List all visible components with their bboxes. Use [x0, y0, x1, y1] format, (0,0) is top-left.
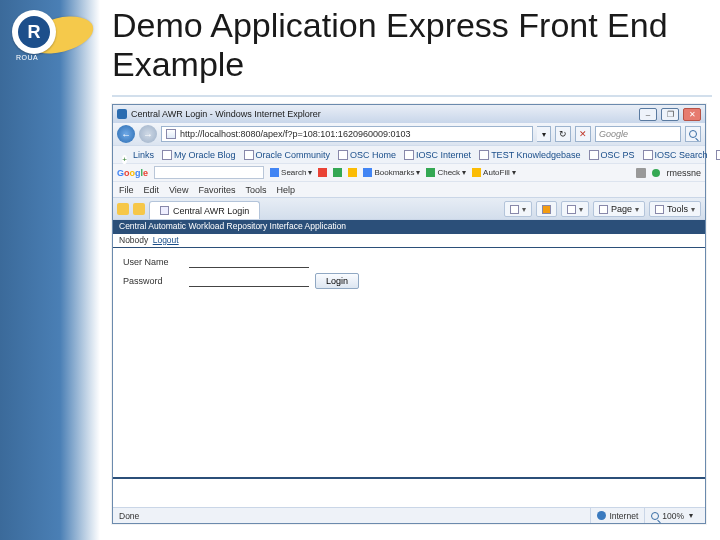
username-label: User Name	[123, 257, 183, 267]
favorites-links-bar: Links My Oracle Blog Oracle Community OS…	[113, 145, 705, 163]
google-search-input[interactable]	[154, 166, 264, 179]
zoom-icon	[651, 512, 659, 520]
globe-icon	[597, 511, 606, 520]
links-item[interactable]: IOSC Internet	[404, 150, 471, 160]
status-bar: Done Internet 100%▾	[113, 507, 705, 523]
google-bookmarks[interactable]: Bookmarks▾	[363, 168, 420, 177]
feed-icon	[542, 205, 551, 214]
menu-view[interactable]: View	[169, 185, 188, 195]
links-item[interactable]: OSC PS	[589, 150, 635, 160]
page-icon	[166, 129, 176, 139]
feeds-button[interactable]	[536, 201, 557, 217]
breadcrumb: Nobody Logout	[113, 234, 705, 248]
logout-link[interactable]: Logout	[153, 235, 179, 245]
maximize-button[interactable]: ❐	[661, 108, 679, 121]
add-to-favorites-icon[interactable]	[133, 203, 145, 215]
print-icon	[567, 205, 576, 214]
page-menu[interactable]: Page▾	[593, 201, 645, 217]
gear-icon	[655, 205, 664, 214]
window-titlebar: Central AWR Login - Windows Internet Exp…	[113, 105, 705, 123]
settings-wrench-icon[interactable]	[636, 168, 646, 178]
refresh-button[interactable]: ↻	[555, 126, 571, 142]
home-icon	[510, 205, 519, 214]
address-text: http://localhost:8080/apex/f?p=108:101:1…	[180, 129, 410, 139]
toolbar-icon	[318, 168, 327, 177]
user-status-icon	[652, 169, 660, 177]
link-icon	[162, 150, 172, 160]
google-toolbar-item[interactable]	[348, 168, 357, 177]
google-user[interactable]: rmessne	[666, 168, 701, 178]
slide-accent-band	[0, 0, 100, 540]
page-content: Central Automatic Workload Repository In…	[113, 219, 705, 507]
password-field[interactable]	[189, 275, 309, 287]
address-bar[interactable]: http://localhost:8080/apex/f?p=108:101:1…	[161, 126, 533, 142]
google-autofill[interactable]: AutoFill▾	[472, 168, 516, 177]
app-header: Central Automatic Workload Repository In…	[113, 220, 705, 234]
link-icon	[404, 150, 414, 160]
slide-title: Demo Application Express Front End Examp…	[112, 6, 712, 84]
toolbar-icon	[348, 168, 357, 177]
browser-tab[interactable]: Central AWR Login	[149, 201, 260, 219]
tools-menu[interactable]: Tools▾	[649, 201, 701, 217]
status-text: Done	[119, 511, 139, 521]
google-toolbar: Google Search▾ Bookmarks▾ Check▾ AutoFil…	[113, 163, 705, 181]
username-field[interactable]	[189, 256, 309, 268]
bookmark-icon	[363, 168, 372, 177]
check-icon	[426, 168, 435, 177]
menu-favorites[interactable]: Favorites	[198, 185, 235, 195]
browser-window: Central AWR Login - Windows Internet Exp…	[112, 104, 706, 524]
back-button[interactable]: ←	[117, 125, 135, 143]
links-item[interactable]: OSC Home	[338, 150, 396, 160]
link-icon	[479, 150, 489, 160]
search-button[interactable]	[685, 126, 701, 142]
google-search-button[interactable]: Search▾	[270, 168, 312, 177]
window-title: Central AWR Login - Windows Internet Exp…	[131, 109, 321, 119]
tab-strip: Central AWR Login ▾ ▾ Page▾ Tools▾	[113, 197, 705, 219]
autofill-icon	[472, 168, 481, 177]
links-item[interactable]: TEST Travel Serv…	[716, 150, 720, 160]
search-icon	[270, 168, 279, 177]
search-box[interactable]: Google	[595, 126, 681, 142]
favorites-center-icon[interactable]	[117, 203, 129, 215]
menu-help[interactable]: Help	[276, 185, 295, 195]
google-toolbar-item[interactable]	[333, 168, 342, 177]
minimize-button[interactable]: –	[639, 108, 657, 121]
page-icon	[599, 205, 608, 214]
login-button[interactable]: Login	[315, 273, 359, 289]
zoom-control[interactable]: 100%▾	[644, 508, 699, 523]
tab-label: Central AWR Login	[173, 206, 249, 216]
google-toolbar-item[interactable]	[318, 168, 327, 177]
search-icon	[689, 130, 697, 138]
menu-tools[interactable]: Tools	[245, 185, 266, 195]
links-item[interactable]: My Oracle Blog	[162, 150, 236, 160]
links-item[interactable]: Links	[133, 150, 154, 160]
stop-button[interactable]: ✕	[575, 126, 591, 142]
links-item[interactable]: TEST Knowledgebase	[479, 150, 580, 160]
security-zone[interactable]: Internet	[590, 508, 644, 523]
google-check[interactable]: Check▾	[426, 168, 466, 177]
links-item[interactable]: Oracle Community	[244, 150, 331, 160]
menu-edit[interactable]: Edit	[144, 185, 160, 195]
forward-button[interactable]: →	[139, 125, 157, 143]
link-icon	[589, 150, 599, 160]
link-icon	[643, 150, 653, 160]
content-divider	[113, 477, 705, 479]
links-item[interactable]: IOSC Search	[643, 150, 708, 160]
title-divider	[112, 95, 712, 97]
menu-bar: File Edit View Favorites Tools Help	[113, 181, 705, 197]
brand-logo-text: ROUA	[16, 54, 38, 61]
print-button[interactable]: ▾	[561, 201, 589, 217]
link-icon	[716, 150, 720, 160]
menu-file[interactable]: File	[119, 185, 134, 195]
login-form: User Name Password Login	[113, 248, 705, 302]
current-user: Nobody	[119, 235, 148, 245]
ie-icon	[117, 109, 127, 119]
toolbar-icon	[333, 168, 342, 177]
nav-toolbar: ← → http://localhost:8080/apex/f?p=108:1…	[113, 123, 705, 145]
home-button[interactable]: ▾	[504, 201, 532, 217]
address-dropdown[interactable]: ▾	[537, 126, 551, 142]
brand-logo: R ROUA	[6, 8, 94, 62]
google-logo: Google	[117, 168, 148, 178]
page-icon	[160, 206, 169, 215]
close-button[interactable]: ✕	[683, 108, 701, 121]
